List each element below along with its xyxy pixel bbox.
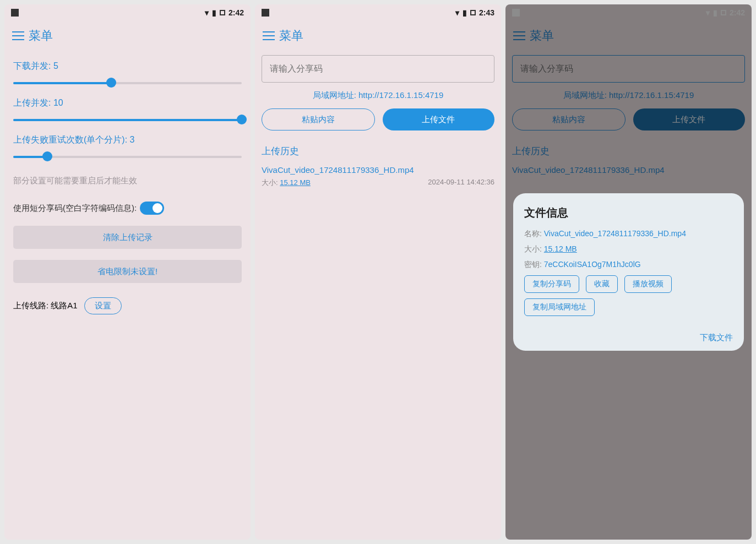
file-info-screen: ▾ ▮ 2:42 菜单 局域网地址: http://172.16.1.15:47… (505, 4, 752, 540)
status-time: 2:42 (229, 8, 244, 17)
route-settings-button[interactable]: 设置 (84, 297, 122, 314)
download-concurrency-slider[interactable] (13, 77, 242, 90)
lan-address-label: 局域网地址: http://172.16.1.15:4719 (262, 90, 494, 101)
battery-icon (470, 10, 476, 15)
history-size-label: 大小: (262, 178, 278, 187)
power-limit-button[interactable]: 省电限制未设置! (13, 260, 242, 283)
favorite-button[interactable]: 收藏 (586, 275, 618, 293)
retry-label: 上传失败重试次数(单个分片): 3 (13, 134, 242, 146)
download-concurrency-label: 下载并发: 5 (13, 61, 242, 72)
menu-header[interactable]: 菜单 (4, 21, 251, 50)
hamburger-icon[interactable] (263, 31, 275, 40)
menu-header[interactable]: 菜单 (255, 21, 501, 50)
signal-icon: ▮ (212, 8, 216, 17)
upload-screen: ▾ ▮ 2:43 菜单 局域网地址: http://172.16.1.15:47… (255, 4, 501, 540)
menu-label: 菜单 (279, 28, 303, 44)
upload-file-button[interactable]: 上传文件 (383, 108, 495, 130)
retry-slider[interactable] (13, 150, 242, 164)
share-code-input[interactable] (262, 55, 494, 83)
app-icon (262, 9, 269, 17)
paste-button[interactable]: 粘贴内容 (262, 108, 375, 130)
signal-icon: ▮ (463, 8, 467, 17)
clear-upload-history-button[interactable]: 清除上传记录 (13, 226, 242, 249)
wifi-icon: ▾ (205, 8, 209, 17)
upload-history-title: 上传历史 (262, 145, 494, 157)
download-file-link[interactable]: 下载文件 (700, 333, 733, 342)
file-size-value[interactable]: 15.12 MB (544, 244, 577, 253)
history-time: 2024-09-11 14:42:36 (428, 178, 494, 188)
settings-note: 部分设置可能需要重启后才能生效 (13, 176, 242, 186)
upload-concurrency-slider[interactable] (13, 113, 242, 127)
status-time: 2:43 (479, 8, 494, 17)
shortcode-label: 使用短分享码(空白字符编码信息): (13, 203, 137, 214)
app-icon (11, 9, 19, 17)
hamburger-icon[interactable] (12, 31, 24, 40)
modal-overlay[interactable]: 文件信息 名称: VivaCut_video_1724811179336_HD.… (505, 4, 752, 540)
upload-concurrency-label: 上传并发: 10 (13, 97, 242, 109)
status-bar: ▾ ▮ 2:42 (4, 4, 251, 21)
status-bar: ▾ ▮ 2:43 (255, 4, 501, 21)
history-size-value[interactable]: 15.12 MB (280, 178, 311, 187)
file-info-dialog: 文件信息 名称: VivaCut_video_1724811179336_HD.… (513, 193, 744, 351)
file-size-label: 大小: (524, 244, 542, 253)
file-key-value[interactable]: 7eCCKoiISA1Og7M1hJc0lG (544, 260, 641, 269)
shortcode-toggle[interactable] (140, 202, 164, 215)
dialog-title: 文件信息 (524, 205, 733, 220)
play-video-button[interactable]: 播放视频 (624, 275, 672, 293)
settings-screen: ▾ ▮ 2:42 菜单 下载并发: 5 上传并发: 10 上传失败重试次数(单个… (4, 4, 251, 540)
menu-label: 菜单 (29, 28, 53, 44)
copy-lan-address-button[interactable]: 复制局域网地址 (524, 298, 595, 316)
file-name-value: VivaCut_video_1724811179336_HD.mp4 (544, 229, 686, 238)
history-item[interactable]: VivaCut_video_1724811179336_HD.mp4 大小: 1… (262, 165, 494, 188)
history-file-name: VivaCut_video_1724811179336_HD.mp4 (262, 165, 494, 175)
file-name-label: 名称: (524, 229, 542, 238)
wifi-icon: ▾ (455, 8, 459, 17)
file-key-label: 密钥: (524, 260, 542, 269)
upload-route-label: 上传线路: 线路A1 (13, 301, 78, 311)
copy-share-code-button[interactable]: 复制分享码 (524, 275, 579, 293)
battery-icon (220, 10, 225, 15)
